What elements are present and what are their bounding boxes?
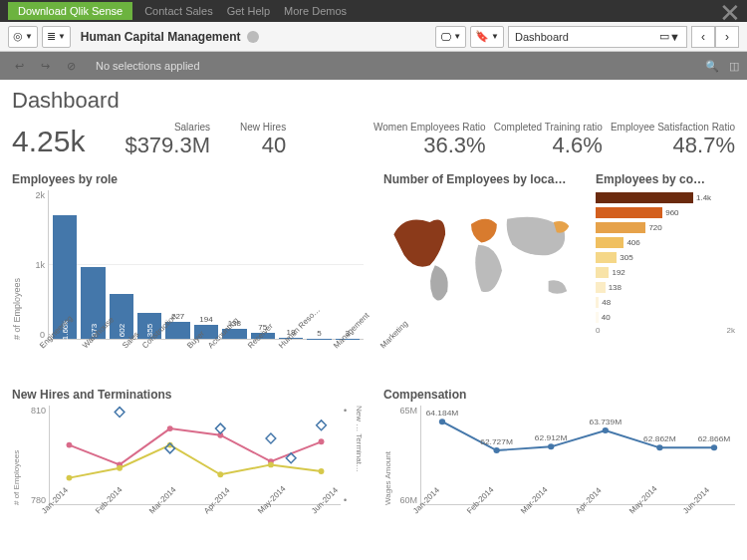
app-title: Human Capital Management [81, 30, 259, 44]
close-icon[interactable]: ✕ [719, 0, 741, 29]
list-icon: ≣ [47, 30, 56, 43]
search-icon[interactable]: 🔍 [705, 60, 719, 73]
chevron-down-icon: ▼ [669, 31, 680, 43]
svg-point-20 [656, 444, 662, 450]
kpi-newhires: 40 [240, 133, 286, 158]
svg-point-18 [603, 427, 609, 433]
kpi-women-label: Women Employees Ratio [374, 122, 486, 133]
demo-topbar: Download Qlik Sense Contact Sales Get He… [0, 0, 747, 22]
selection-tool-icon[interactable]: ◫ [729, 60, 739, 73]
kpi-headcount: 4.25k [12, 125, 85, 158]
svg-point-2 [167, 425, 173, 431]
svg-text:62.727M: 62.727M [480, 437, 513, 446]
svg-text:62.862M: 62.862M [643, 435, 676, 444]
compass-icon: ◎ [13, 30, 23, 43]
app-toolbar: ◎▼ ≣▼ Human Capital Management 🖵▼ 🔖▼ Das… [0, 22, 747, 52]
clear-selections-icon[interactable]: ⊘ [60, 57, 82, 75]
kpi-women: 36.3% [374, 133, 486, 158]
sheet-body: Dashboard 4.25k Salaries $379.3M New Hir… [0, 80, 747, 543]
kpi-training: 4.6% [494, 133, 603, 158]
sheet-label: Dashboard [515, 31, 659, 43]
svg-text:63.739M: 63.739M [589, 418, 622, 426]
chevron-left-icon: ‹ [701, 30, 705, 44]
kpi-row: 4.25k Salaries $379.3M New Hires 40 Wome… [12, 122, 735, 158]
kpi-satisfaction: 48.7% [611, 133, 735, 158]
page-title: Dashboard [12, 88, 735, 114]
bookmark-icon: 🔖 [475, 30, 489, 43]
svg-point-5 [319, 438, 325, 444]
selections-text: No selections applied [96, 60, 200, 72]
title-compensation: Compensation [383, 388, 735, 402]
svg-point-10 [268, 461, 274, 467]
world-map-icon [383, 190, 590, 320]
title-employees-by-role: Employees by role [12, 172, 364, 186]
global-icon [247, 31, 259, 43]
device-button[interactable]: 🖵▼ [435, 26, 466, 48]
role-y-label: # of Employees [12, 190, 22, 340]
prev-sheet-button[interactable]: ‹ [691, 26, 715, 48]
link-contact-sales[interactable]: Contact Sales [144, 5, 212, 17]
title-hires-terms: New Hires and Terminations [12, 388, 364, 402]
step-forward-icon[interactable]: ↪ [34, 57, 56, 75]
svg-point-9 [217, 471, 223, 477]
svg-point-12 [439, 419, 445, 424]
kpi-salaries-label: Salaries [124, 122, 210, 133]
svg-point-14 [493, 447, 499, 453]
title-employees-by-country: Employees by co… [596, 172, 735, 186]
chevron-right-icon: › [725, 30, 729, 44]
kpi-satisfaction-label: Employee Satisfaction Ratio [611, 122, 735, 133]
link-get-help[interactable]: Get Help [227, 5, 270, 17]
kpi-salaries: $379.3M [124, 133, 210, 158]
selections-bar: ↩ ↪ ⊘ No selections applied 🔍 ◫ [0, 52, 747, 80]
bookmark-button[interactable]: 🔖▼ [470, 26, 504, 48]
step-back-icon[interactable]: ↩ [8, 57, 30, 75]
svg-point-0 [67, 442, 73, 448]
chart-map[interactable] [383, 190, 590, 320]
svg-text:62.912M: 62.912M [535, 434, 568, 443]
hires-y-label: # of Employees [12, 406, 21, 505]
navigation-button[interactable]: ◎▼ [8, 26, 38, 48]
sheet-selector[interactable]: Dashboard ▭ ▼ [508, 26, 687, 48]
kpi-newhires-label: New Hires [240, 122, 286, 133]
svg-point-22 [711, 444, 717, 450]
svg-point-7 [117, 465, 123, 471]
svg-text:62.866M: 62.866M [698, 435, 731, 444]
monitor-icon: 🖵 [440, 31, 451, 43]
svg-text:64.184M: 64.184M [426, 409, 459, 418]
download-button[interactable]: Download Qlik Sense [8, 2, 132, 20]
comp-y-label: Wages Amount [383, 406, 392, 505]
title-employees-by-loc: Number of Employees by loca… [383, 172, 590, 186]
svg-point-16 [548, 443, 554, 449]
sheet-icon: ▭ [659, 30, 669, 43]
kpi-training-label: Completed Training ratio [494, 122, 603, 133]
link-more-demos[interactable]: More Demos [284, 5, 347, 17]
chart-employees-by-country[interactable]: 1.4k9607204063051921384840 [596, 190, 735, 324]
list-view-button[interactable]: ≣▼ [42, 26, 71, 48]
svg-point-11 [319, 468, 325, 474]
